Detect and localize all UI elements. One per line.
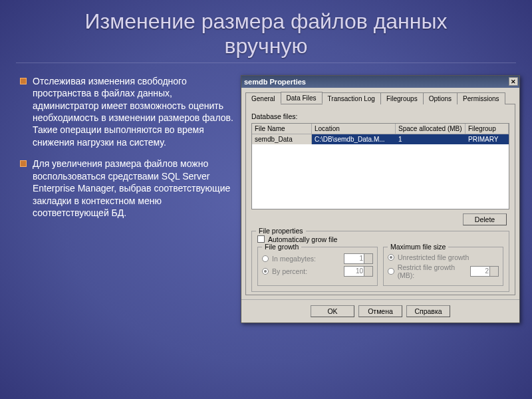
ok-button[interactable]: OK	[311, 305, 354, 317]
tab-strip: General Data Files Transaction Log Fileg…	[245, 92, 515, 104]
slide-title: Изменение размера файлов данных вручную	[16, 0, 516, 63]
bullet-text: Отслеживая изменения свободного простран…	[33, 75, 234, 149]
radio-percent-label: By percent:	[272, 267, 307, 275]
table-header: File Name Location Space allocated (MB) …	[252, 124, 509, 134]
file-properties-group: File properties Automatically grow file …	[251, 231, 509, 292]
col-filename[interactable]: File Name	[252, 124, 312, 134]
max-size-group: Maximum file size Unrestricted file grow…	[383, 247, 503, 286]
col-filegroup[interactable]: Filegroup	[466, 124, 509, 134]
radio-unrestricted-label: Unrestricted file growth	[398, 253, 469, 261]
file-growth-group: File growth In megabytes: 1 By percent: …	[257, 247, 378, 286]
delete-button[interactable]: Delete	[463, 213, 507, 225]
radio-restrict[interactable]	[388, 268, 394, 275]
cell-location: C:\DB\semdb_Data.M...	[312, 134, 396, 144]
col-location[interactable]: Location	[312, 124, 396, 134]
cancel-button[interactable]: Отмена	[358, 305, 402, 317]
file-properties-label: File properties	[256, 227, 306, 235]
cell-filename: semdb_Data	[252, 134, 312, 144]
tab-options[interactable]: Options	[423, 92, 458, 104]
radio-megabytes[interactable]	[262, 255, 269, 262]
percent-input[interactable]: 10	[344, 266, 373, 277]
megabytes-input[interactable]: 1	[344, 253, 373, 264]
table-row[interactable]: semdb_Data C:\DB\semdb_Data.M... 1 PRIMA…	[252, 134, 509, 144]
restrict-input[interactable]: 2	[470, 266, 499, 277]
tab-transaction-log[interactable]: Transaction Log	[322, 92, 381, 104]
close-icon[interactable]: ✕	[509, 77, 518, 86]
help-button[interactable]: Справка	[406, 305, 450, 317]
max-size-label: Maximum file size	[388, 243, 448, 251]
bullet-list: Отслеживая изменения свободного простран…	[20, 75, 234, 323]
properties-dialog: semdb Properties ✕ General Data Files Tr…	[241, 75, 520, 323]
radio-unrestricted[interactable]	[388, 254, 394, 261]
cell-space: 1	[396, 134, 466, 144]
section-label: Database files:	[251, 112, 509, 120]
bullet-icon	[20, 78, 27, 84]
tab-data-files[interactable]: Data Files	[281, 92, 323, 104]
dialog-titlebar[interactable]: semdb Properties ✕	[241, 76, 519, 88]
bullet-item: Отслеживая изменения свободного простран…	[20, 75, 234, 149]
bullet-icon	[20, 160, 27, 167]
radio-restrict-label: Restrict file growth (MB):	[398, 263, 471, 279]
dialog-title: semdb Properties	[244, 78, 306, 86]
files-table[interactable]: File Name Location Space allocated (MB) …	[251, 123, 509, 209]
auto-grow-checkbox[interactable]	[257, 235, 265, 243]
cell-filegroup: PRIMARY	[466, 134, 509, 144]
radio-percent[interactable]	[262, 268, 269, 275]
bullet-text: Для увеличения размера файлов можно восп…	[33, 158, 234, 219]
tab-filegroups[interactable]: Filegroups	[380, 92, 424, 104]
radio-megabytes-label: In megabytes:	[272, 255, 316, 263]
tab-permissions[interactable]: Permissions	[457, 92, 505, 104]
tab-general[interactable]: General	[245, 92, 281, 104]
col-space[interactable]: Space allocated (MB)	[396, 124, 466, 134]
file-growth-label: File growth	[262, 243, 301, 251]
bullet-item: Для увеличения размера файлов можно восп…	[20, 158, 234, 219]
